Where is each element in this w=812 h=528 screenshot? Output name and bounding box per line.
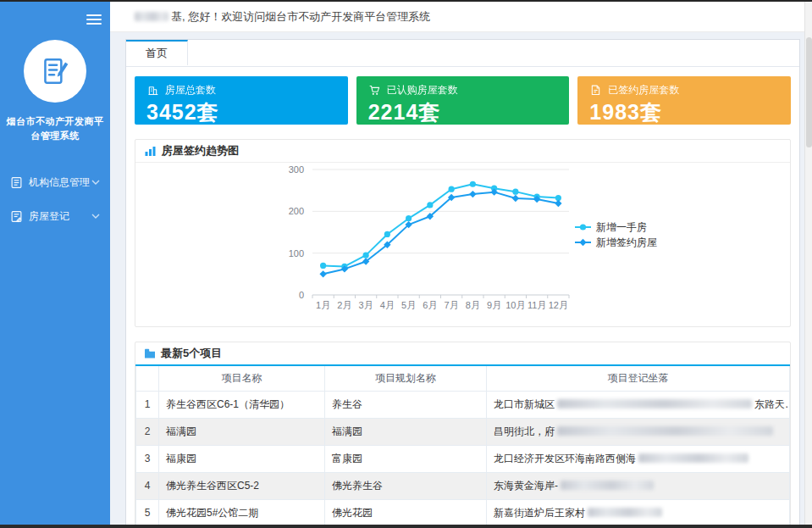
svg-text:0: 0 [299, 290, 304, 300]
cell-location: 新嘉街道炉后王家村 [487, 499, 790, 525]
stat-card-total-houses: 房屋总套数 3452套 [135, 76, 348, 125]
tab-home[interactable]: 首页 [126, 40, 188, 65]
stat-label: 已签约房屋套数 [608, 83, 679, 97]
cell-plan-name: 福满园 [325, 418, 487, 445]
col-project-name: 项目名称 [159, 366, 325, 391]
redacted-user-name [135, 12, 168, 21]
stat-cards: 房屋总套数 3452套 [135, 76, 791, 125]
cell-location: 昌明街北，府 [487, 418, 790, 445]
latest-projects-panel: 最新5个项目 项目名称 项目规划名称 项目登记坐落 [135, 342, 791, 525]
cell-index: 3 [136, 445, 159, 472]
svg-text:1月: 1月 [316, 300, 330, 310]
svg-text:300: 300 [289, 164, 304, 175]
projects-table: 项目名称 项目规划名称 项目登记坐落 1养生谷西区C6-1（清华园）养生谷龙口市… [135, 366, 790, 525]
svg-text:7月: 7月 [445, 300, 459, 310]
chart-title: 房屋签约趋势图 [162, 143, 239, 158]
svg-text:12月: 12月 [549, 300, 568, 310]
svg-text:5月: 5月 [401, 300, 416, 310]
col-location: 项目登记坐落 [487, 366, 790, 391]
table-row: 3福康园富康园龙口经济开发区环海南路西侧海 [136, 445, 790, 472]
cart-icon [368, 84, 381, 97]
projects-table-wrapper: 项目名称 项目规划名称 项目登记坐落 1养生谷西区C6-1（清华园）养生谷龙口市… [135, 364, 790, 525]
cell-plan-name: 富康园 [325, 445, 487, 472]
cell-location: 龙口经济开发区环海南路西侧海 [487, 445, 790, 472]
cell-project-name: 佛光养生谷西区C5-2 [159, 472, 325, 499]
svg-text:4月: 4月 [380, 300, 395, 310]
cell-index: 2 [136, 418, 159, 445]
stat-label: 房屋总套数 [165, 83, 216, 97]
hamburger-menu-icon[interactable] [85, 9, 103, 26]
stat-card-subscribed-houses: 已认购房屋套数 2214套 [356, 76, 570, 125]
legend-item[interactable] [575, 239, 591, 246]
trend-chart-panel: 房屋签约趋势图 30020010001月2月3月4月5月6月7月8月9月10月1… [135, 139, 791, 327]
greeting-text: 基, 您好！欢迎访问烟台市不动产开发商平台管理系统 [171, 10, 430, 23]
stat-value: 3452套 [146, 98, 336, 125]
contract-icon [589, 84, 602, 97]
app-window: 烟台市不动产开发商平台管理系统 机构信息管理 [0, 0, 812, 528]
form-icon [10, 176, 23, 189]
col-index [136, 366, 159, 391]
window-bottom-edge [0, 525, 812, 528]
stat-value: 1983套 [589, 98, 779, 125]
table-row: 4佛光养生谷西区C5-2佛光养生谷东海黄金海岸- [136, 472, 790, 499]
sidebar-item-house-registration[interactable]: 房屋登记 [0, 199, 110, 233]
stat-value: 2214套 [368, 98, 558, 125]
legend-label: 新增签约房屋 [596, 236, 657, 248]
building-icon [146, 84, 159, 97]
folder-icon [144, 348, 156, 358]
redacted-location-text [588, 508, 662, 517]
stat-label: 已认购房屋套数 [387, 83, 458, 97]
cell-location: 东海黄金海岸- [487, 472, 790, 499]
tab-bar: 首页 [126, 40, 799, 67]
cell-index: 5 [136, 499, 159, 525]
cell-location: 龙口市新城区东路天… [487, 391, 790, 418]
sidebar-item-label: 房屋登记 [29, 209, 91, 224]
legend-item[interactable] [575, 224, 591, 230]
table-header-row: 项目名称 项目规划名称 项目登记坐落 [136, 366, 790, 391]
content-area: 首页 房屋总套数 [110, 32, 804, 525]
line-chart: 30020010001月2月3月4月5月6月7月8月9月10月11月12月新增一… [135, 163, 790, 326]
table-row: 2福满园福满园昌明街北，府 [136, 418, 790, 445]
svg-text:8月: 8月 [466, 300, 480, 310]
table-row: 1养生谷西区C6-1（清华园）养生谷龙口市新城区东路天… [136, 391, 790, 418]
redacted-location-text [638, 453, 748, 463]
svg-text:11月: 11月 [528, 300, 546, 310]
cell-plan-name: 佛光花园 [325, 499, 487, 525]
svg-text:9月: 9月 [487, 300, 501, 310]
sidebar-item-label: 机构信息管理 [29, 175, 91, 190]
bar-chart-icon [144, 145, 157, 157]
svg-text:200: 200 [289, 206, 304, 216]
svg-text:100: 100 [289, 248, 304, 258]
scrollbar-thumb[interactable] [806, 37, 812, 147]
cell-index: 4 [136, 472, 159, 499]
sidebar-item-org-info[interactable]: 机构信息管理 [0, 165, 110, 199]
cell-project-name: 福满园 [159, 418, 325, 445]
table-row: 5佛光花园5#公馆二期佛光花园新嘉街道炉后王家村 [136, 499, 790, 525]
top-header: 基, 您好！欢迎访问烟台市不动产开发商平台管理系统 [110, 2, 804, 32]
cell-project-name: 福康园 [159, 445, 325, 472]
cell-plan-name: 佛光养生谷 [325, 472, 487, 499]
document-pen-icon [37, 53, 73, 89]
cell-project-name: 养生谷西区C6-1（清华园） [159, 391, 325, 418]
chevron-down-icon [91, 180, 100, 185]
redacted-location-text [557, 426, 773, 436]
cell-index: 1 [136, 391, 159, 418]
svg-text:3月: 3月 [359, 300, 373, 310]
app-logo [24, 40, 86, 103]
sidebar: 烟台市不动产开发商平台管理系统 机构信息管理 [0, 2, 110, 525]
svg-text:2月: 2月 [337, 300, 351, 310]
col-plan-name: 项目规划名称 [325, 366, 487, 391]
redacted-location-text [557, 399, 752, 409]
stat-card-signed-houses: 已签约房屋套数 1983套 [577, 76, 791, 125]
svg-text:6月: 6月 [423, 300, 437, 310]
cell-project-name: 佛光花园5#公馆二期 [159, 499, 325, 525]
legend-label: 新增一手房 [596, 221, 647, 233]
vertical-scrollbar[interactable] [804, 2, 812, 525]
svg-text:10月: 10月 [505, 300, 525, 310]
cell-plan-name: 养生谷 [325, 391, 487, 418]
register-doc-icon [10, 210, 23, 223]
main-panel: 首页 房屋总套数 [125, 39, 800, 525]
table-title: 最新5个项目 [161, 346, 222, 361]
redacted-location-text [561, 481, 654, 490]
app-title: 烟台市不动产开发商平台管理系统 [5, 114, 105, 143]
